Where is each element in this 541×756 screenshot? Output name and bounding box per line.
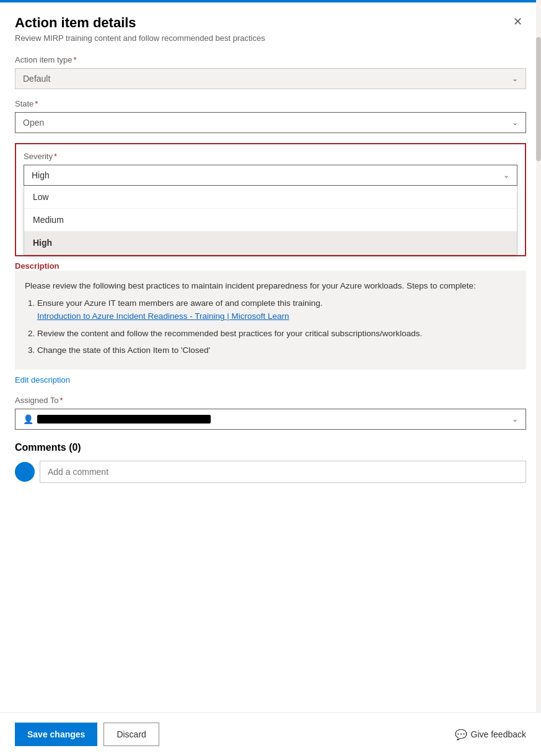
avatar: [15, 462, 35, 482]
assigned-to-input[interactable]: 👤 ⌄: [15, 409, 526, 430]
chevron-down-icon: ⌄: [512, 74, 518, 83]
description-label: Description: [15, 256, 526, 271]
description-step-3: Change the state of this Action Item to …: [37, 344, 516, 357]
comment-input-row: [15, 461, 526, 483]
severity-value: High: [32, 170, 50, 180]
assigned-to-label: Assigned To*: [15, 396, 526, 405]
chevron-down-icon: ⌄: [512, 415, 518, 424]
discard-button[interactable]: Discard: [103, 723, 159, 746]
description-intro: Please review the following best practic…: [25, 281, 476, 290]
edit-description-link[interactable]: Edit description: [15, 375, 70, 385]
chevron-down-icon: ⌄: [503, 171, 509, 180]
severity-dropdown[interactable]: High ⌄: [24, 165, 517, 186]
person-icon: 👤: [23, 414, 33, 424]
comment-input[interactable]: [40, 461, 526, 483]
assigned-to-redacted: [37, 415, 211, 424]
main-content: Action item details ✕ Review MIRP traini…: [0, 2, 541, 756]
description-step-1: Ensure your Azure IT team members are aw…: [37, 297, 516, 323]
comments-section: Comments (0): [15, 442, 526, 483]
page-subtitle: Review MIRP training content and follow …: [15, 33, 526, 43]
state-field: State* Open ⌄: [15, 99, 526, 133]
footer: Save changes Discard 💬 Give feedback: [0, 712, 541, 756]
severity-options: Low Medium High: [24, 186, 517, 255]
severity-option-medium[interactable]: Medium: [24, 209, 517, 232]
state-label: State*: [15, 99, 526, 108]
assigned-to-field: Assigned To* 👤 ⌄: [15, 396, 526, 430]
state-dropdown[interactable]: Open ⌄: [15, 112, 526, 133]
action-item-type-dropdown[interactable]: Default ⌄: [15, 68, 526, 89]
close-button[interactable]: ✕: [509, 15, 526, 28]
action-item-type-label: Action item type*: [15, 55, 526, 64]
description-steps: Ensure your Azure IT team members are aw…: [37, 297, 516, 357]
footer-actions: Save changes Discard: [15, 723, 159, 746]
severity-option-low[interactable]: Low: [24, 186, 517, 209]
feedback-person-icon: 💬: [455, 729, 467, 741]
page-title: Action item details: [15, 15, 136, 31]
feedback-label: Give feedback: [471, 729, 527, 739]
state-value: Open: [23, 118, 44, 128]
chevron-down-icon: ⌄: [512, 118, 518, 127]
description-step-2: Review the content and follow the recomm…: [37, 327, 516, 341]
save-button[interactable]: Save changes: [15, 723, 97, 746]
description-box: Please review the following best practic…: [15, 271, 526, 370]
scrollbar-thumb[interactable]: [536, 37, 541, 161]
header: Action item details ✕: [15, 15, 526, 31]
action-item-type-value: Default: [23, 74, 50, 84]
action-item-type-field: Action item type* Default ⌄: [15, 55, 526, 89]
training-link[interactable]: Introduction to Azure Incident Readiness…: [37, 311, 289, 321]
scrollbar[interactable]: [536, 0, 541, 756]
severity-label: Severity*: [24, 152, 517, 161]
comments-title: Comments (0): [15, 442, 526, 453]
assigned-to-value: 👤: [23, 414, 512, 424]
severity-option-high[interactable]: High: [24, 232, 517, 254]
severity-section: Severity* High ⌄ Low Medium High: [15, 143, 526, 256]
feedback-button[interactable]: 💬 Give feedback: [455, 729, 527, 741]
